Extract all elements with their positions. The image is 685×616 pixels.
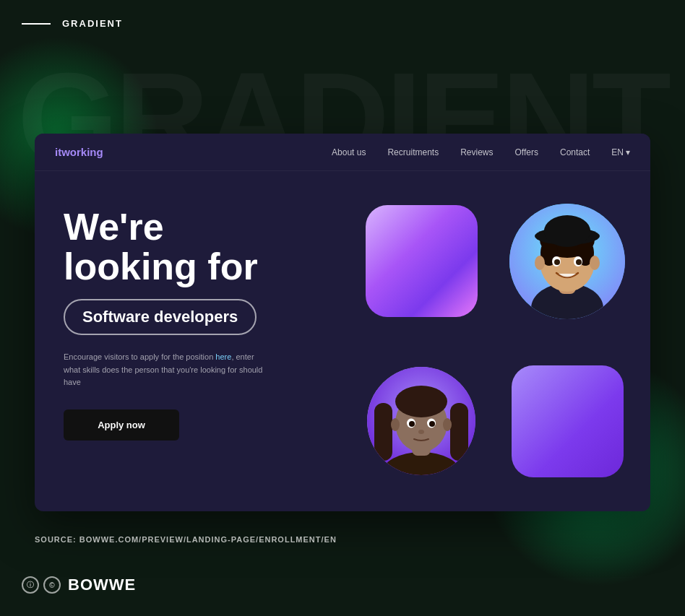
hero-description: Encourage visitors to apply for the posi…: [64, 351, 266, 389]
nav-link-reviews[interactable]: Reviews: [460, 147, 493, 157]
copyright-icon-symbol: ©: [49, 581, 54, 589]
info-icon: ⓘ: [22, 576, 39, 594]
hero-badge: Software developers: [64, 299, 257, 335]
main-card: itworking About us Recruitments Reviews …: [35, 134, 650, 511]
svg-point-11: [535, 256, 545, 270]
nav-link-about[interactable]: About us: [332, 147, 366, 157]
top-bar-line: [22, 23, 51, 25]
portrait-man-circle: [509, 204, 625, 319]
svg-point-24: [409, 421, 415, 427]
gradient-square-top: [366, 205, 478, 317]
portrait-woman-circle: [367, 367, 475, 475]
portrait-man-svg: [509, 204, 625, 319]
gradient-square-bottom: [512, 365, 624, 477]
nav-link-offers[interactable]: Offers: [515, 147, 538, 157]
portrait-woman-svg: [367, 367, 475, 475]
nav-link-recruitments[interactable]: Recruitments: [387, 147, 439, 157]
card-body: We're looking for Software developers En…: [35, 171, 650, 511]
svg-point-14: [544, 215, 590, 247]
copyright-icon: ©: [43, 576, 61, 594]
svg-point-10: [576, 259, 582, 265]
svg-point-21: [395, 386, 447, 417]
nav-lang-arrow: ▾: [626, 147, 630, 157]
hero-description-link[interactable]: here: [215, 352, 231, 361]
hero-title-line1: We're: [64, 206, 164, 248]
nav-link-contact[interactable]: Contact: [560, 147, 590, 157]
svg-point-9: [554, 259, 560, 265]
svg-point-12: [590, 256, 600, 270]
nav-logo-text: itworking: [55, 146, 103, 158]
apply-button[interactable]: Apply now: [64, 409, 179, 441]
footer-icons: ⓘ ©: [22, 576, 61, 594]
card-nav: itworking About us Recruitments Reviews …: [35, 134, 650, 171]
svg-rect-19: [374, 403, 392, 461]
footer: ⓘ © BOWWE: [22, 576, 136, 594]
svg-rect-20: [450, 403, 468, 461]
hero-title-line2: looking for: [64, 246, 258, 287]
svg-point-28: [443, 418, 452, 431]
nav-logo: itworking: [55, 146, 103, 158]
svg-point-26: [418, 430, 424, 434]
top-bar: GRADIENT: [22, 18, 123, 29]
nav-lang[interactable]: EN ▾: [611, 147, 630, 157]
top-bar-label: GRADIENT: [62, 18, 123, 29]
nav-lang-text: EN: [611, 147, 624, 157]
card-left: We're looking for Software developers En…: [35, 171, 338, 511]
svg-point-27: [391, 418, 400, 431]
svg-point-25: [429, 421, 435, 427]
nav-logo-accent: i: [87, 146, 90, 158]
hero-badge-text: Software developers: [82, 308, 238, 326]
nav-links: About us Recruitments Reviews Offers Con…: [332, 147, 630, 157]
footer-brand: BOWWE: [68, 576, 136, 594]
info-icon-symbol: ⓘ: [27, 580, 34, 590]
hero-title: We're looking for: [64, 207, 316, 286]
card-right: [338, 171, 650, 511]
source-text: SOURCE: BOWWE.COM/PREVIEW/LANDING-PAGE/E…: [35, 535, 337, 544]
